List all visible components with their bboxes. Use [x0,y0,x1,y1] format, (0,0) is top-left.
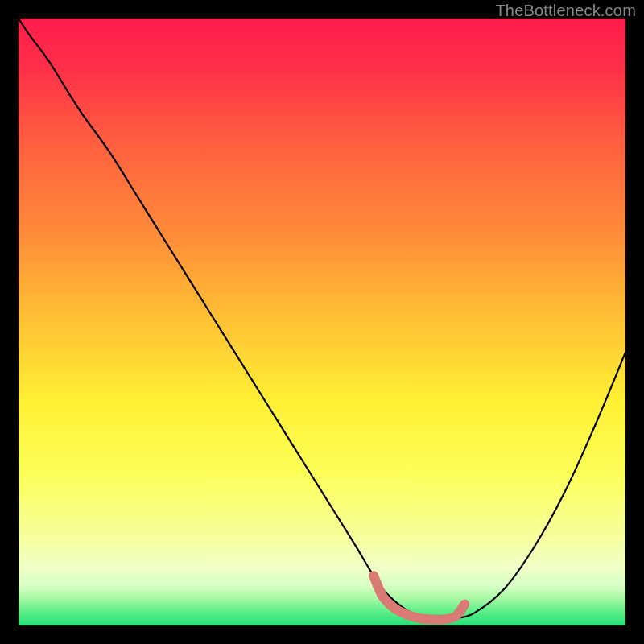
chart-stage: TheBottleneck.com [0,0,644,644]
bottleneck-chart [19,19,625,625]
watermark-text: TheBottleneck.com [495,2,636,20]
heat-gradient [19,19,625,625]
